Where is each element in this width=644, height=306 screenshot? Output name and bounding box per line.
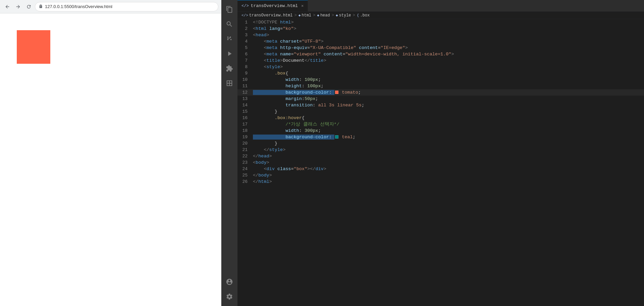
- code-line-26: 26 </html>: [237, 178, 644, 185]
- code-line-14: 14 transition: all 3s linear 5s;: [237, 102, 644, 108]
- extensions-icon[interactable]: [223, 62, 236, 75]
- breadcrumb-file[interactable]: </> transOverview.html: [241, 13, 292, 18]
- breadcrumb-html[interactable]: ◆ html: [299, 13, 311, 18]
- code-line-5: 5 <meta http-equiv="X-UA-Compatible" con…: [237, 45, 644, 51]
- code-line-21: 21 </style>: [237, 147, 644, 153]
- tab-bar: </> transOverview.html ✕: [237, 0, 644, 12]
- breadcrumb: </> transOverview.html > ◆ html > ◆ head…: [237, 12, 644, 19]
- style-icon: ◆: [336, 13, 338, 17]
- code-line-25: 25 </body>: [237, 172, 644, 178]
- forward-button[interactable]: [13, 2, 23, 11]
- code-line-20: 20 }: [237, 140, 644, 147]
- head-icon: ◆: [317, 13, 319, 17]
- account-icon[interactable]: [223, 275, 236, 289]
- code-line-13: 13 margin:50px;: [237, 96, 644, 102]
- code-line-17: 17 /*가상 클래스 선택자*/: [237, 121, 644, 128]
- color-swatch-tomato: [335, 91, 338, 94]
- breadcrumb-head[interactable]: ◆ head: [317, 13, 330, 18]
- search-icon[interactable]: [223, 17, 236, 31]
- code-editor[interactable]: 1 <!DOCTYPE html> 2 <html lang="ko"> 3 <…: [237, 19, 644, 306]
- code-line-3: 3 <head>: [237, 32, 644, 38]
- source-control-icon[interactable]: [223, 32, 236, 46]
- code-line-4: 4 <meta charset="UTF-8">: [237, 38, 644, 45]
- breadcrumb-sep-4: >: [353, 13, 355, 18]
- file-icon: </>: [241, 13, 248, 17]
- code-line-7: 7 <title>Document</title>: [237, 57, 644, 64]
- copy-icon[interactable]: [223, 3, 236, 16]
- color-swatch-teal: [335, 135, 338, 139]
- reload-button[interactable]: [24, 2, 34, 11]
- tab-file-icon: </>: [241, 4, 249, 8]
- code-line-22: 22 </head>: [237, 153, 644, 159]
- tab-close-button[interactable]: ✕: [301, 3, 304, 8]
- tab-label: transOverview.html: [251, 3, 298, 8]
- activity-bar: [221, 0, 237, 306]
- vscode-panel: </> transOverview.html ✕ </> transOvervi…: [221, 0, 644, 306]
- code-line-18: 18 width: 300px;: [237, 128, 644, 134]
- editor-tab[interactable]: </> transOverview.html ✕: [237, 0, 308, 11]
- breadcrumb-sep-2: >: [313, 13, 315, 18]
- editor-area: </> transOverview.html ✕ </> transOvervi…: [237, 0, 644, 306]
- browser-panel: 127.0.0.1:5500/transOverview.html: [0, 0, 221, 306]
- box-icon: {: [357, 13, 359, 17]
- layout-icon[interactable]: [223, 76, 236, 90]
- breadcrumb-sep-1: >: [294, 13, 297, 18]
- code-line-11: 11 height: 100px;: [237, 83, 644, 89]
- run-debug-icon[interactable]: [223, 47, 236, 60]
- code-line-8: 8 <style>: [237, 64, 644, 70]
- code-line-16: 16 .box:hover{: [237, 115, 644, 121]
- preview-box: [17, 30, 50, 64]
- code-line-10: 10 width: 100px;: [237, 76, 644, 83]
- code-line-15: 15 }: [237, 108, 644, 115]
- breadcrumb-sep-3: >: [332, 13, 334, 18]
- back-button[interactable]: [3, 2, 12, 11]
- breadcrumb-style[interactable]: ◆ style: [336, 13, 351, 18]
- html-icon: ◆: [299, 13, 301, 17]
- lock-icon: [39, 4, 43, 9]
- code-line-24: 24 <div class="box"></div>: [237, 166, 644, 172]
- code-line-12: 12 background-color: tomato;: [237, 89, 644, 96]
- code-line-19: 19 background-color: teal;: [237, 134, 644, 140]
- breadcrumb-box[interactable]: { .box: [357, 13, 370, 18]
- address-bar[interactable]: 127.0.0.1:5500/transOverview.html: [35, 2, 218, 11]
- browser-content: [0, 13, 221, 306]
- code-line-2: 2 <html lang="ko">: [237, 26, 644, 32]
- browser-toolbar: 127.0.0.1:5500/transOverview.html: [0, 0, 221, 13]
- url-text: 127.0.0.1:5500/transOverview.html: [45, 4, 112, 9]
- code-line-9: 9 .box{: [237, 70, 644, 76]
- code-line-1: 1 <!DOCTYPE html>: [237, 19, 644, 26]
- code-line-6: 6 <meta name="viewport" content="width=d…: [237, 51, 644, 57]
- settings-icon[interactable]: [223, 290, 236, 303]
- code-line-23: 23 <body>: [237, 159, 644, 166]
